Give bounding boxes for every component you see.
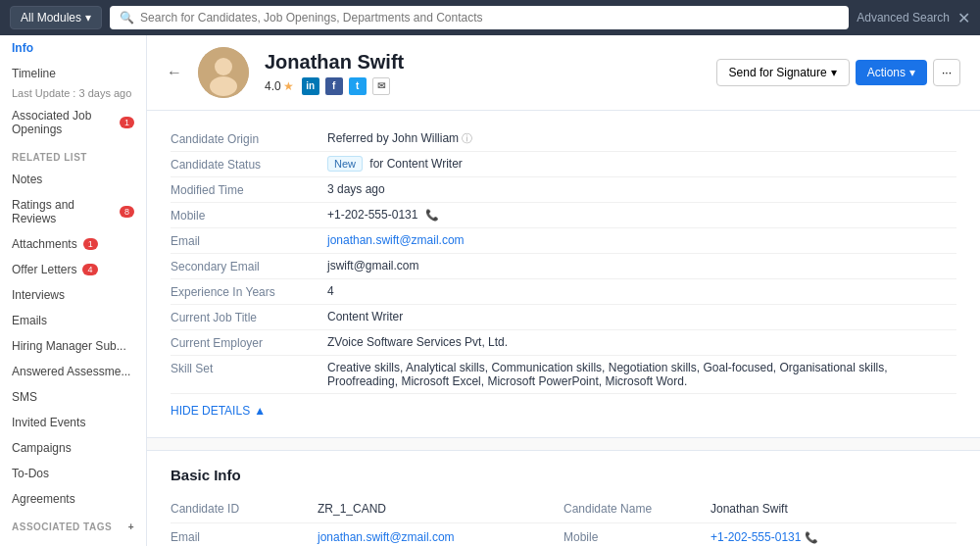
candidate-status-row: Candidate Status New for Content Writer (171, 152, 956, 177)
more-button[interactable]: ··· (933, 59, 960, 86)
experience-row: Experience In Years 4 (171, 279, 956, 305)
close-nav-button[interactable]: ✕ (957, 9, 970, 27)
sidebar-timeline-sub: Last Update : 3 days ago (0, 86, 146, 103)
sidebar-item-interviews-label: Interviews (12, 288, 65, 302)
status-badge: New (327, 156, 363, 172)
twitter-icon[interactable]: t (349, 77, 367, 95)
current-job-title-label: Current Job Title (171, 310, 327, 324)
email-social-icon[interactable]: ✉ (372, 77, 390, 95)
linkedin-icon[interactable]: in (302, 77, 319, 95)
related-list-title: RELATED LIST (0, 142, 146, 167)
candidate-name-cell-value: Jonathan Swift (710, 502, 956, 516)
skill-set-value: Creative skills, Analytical skills, Comm… (327, 361, 956, 388)
search-input[interactable] (140, 11, 839, 25)
hide-details-button[interactable]: HIDE DETAILS ▲ (171, 394, 956, 422)
sidebar-item-ratings-label: Ratings and Reviews (12, 198, 114, 225)
actions-dropdown-icon: ▾ (909, 66, 915, 79)
modified-time-row: Modified Time 3 days ago (171, 177, 956, 203)
secondary-email-label: Secondary Email (171, 259, 327, 273)
basic-info-section: Basic Info Candidate ID ZR_1_CAND Candid… (147, 450, 980, 546)
candidate-status-label: Candidate Status (171, 157, 327, 172)
candidate-origin-label: Candidate Origin (171, 131, 327, 146)
email-link[interactable]: jonathan.swift@zmail.com (327, 233, 465, 247)
email-cell-value: jonathan.swift@zmail.com (318, 530, 564, 544)
search-bar-container: 🔍 (110, 6, 849, 29)
mobile-label: Mobile (171, 208, 327, 223)
candidate-id-cell: Candidate ID ZR_1_CAND (171, 495, 564, 523)
sidebar-item-campaigns-label: Campaigns (12, 441, 72, 455)
svg-point-1 (215, 58, 232, 75)
sidebar-item-hiring-manager[interactable]: Hiring Manager Sub... (0, 333, 146, 359)
sidebar-item-emails[interactable]: Emails (0, 308, 146, 333)
sidebar-item-attachments[interactable]: Attachments 1 (0, 231, 146, 257)
candidate-id-value: ZR_1_CAND (318, 502, 564, 516)
candidate-name-cell: Candidate Name Jonathan Swift (564, 495, 956, 523)
sidebar-item-offer-letters[interactable]: Offer Letters 4 (0, 257, 146, 282)
mobile-cell-link[interactable]: +1-202-555-0131 (710, 530, 801, 544)
sidebar-item-sms[interactable]: SMS (0, 384, 146, 410)
mobile-cell-value: +1-202-555-0131 📞 (710, 530, 956, 544)
sidebar-item-notes[interactable]: Notes (0, 167, 146, 192)
status-for: for Content Writer (369, 157, 462, 171)
sidebar-item-offer-letters-label: Offer Letters (12, 263, 76, 276)
candidate-name-cell-label: Candidate Name (564, 502, 710, 516)
star-icon: ★ (283, 79, 294, 93)
advanced-search-link[interactable]: Advanced Search (857, 11, 950, 25)
sidebar-item-emails-label: Emails (12, 314, 47, 327)
candidate-status-value: New for Content Writer (327, 157, 956, 171)
social-icons: in f t ✉ (302, 77, 390, 95)
hide-details-label: HIDE DETAILS (171, 404, 250, 418)
associated-tags-title: ASSOCIATED TAGS + (0, 512, 146, 536)
header-actions: Send for Signature ▾ Actions ▾ ··· (716, 59, 960, 86)
sidebar-item-job-openings[interactable]: Associated Job Openings 1 (0, 103, 146, 142)
current-job-title-row: Current Job Title Content Writer (171, 305, 956, 330)
modified-time-label: Modified Time (171, 182, 327, 197)
experience-value: 4 (327, 284, 956, 298)
add-tag-icon[interactable]: + (128, 521, 134, 532)
sidebar-item-info[interactable]: Info (0, 35, 146, 61)
facebook-icon[interactable]: f (325, 77, 343, 95)
job-openings-badge: 1 (120, 117, 134, 128)
mobile-cell-label: Mobile (564, 530, 710, 544)
secondary-email-value: jswift@gmail.com (327, 259, 956, 273)
current-employer-label: Current Employer (171, 335, 327, 350)
candidate-origin-row: Candidate Origin Referred by John Willia… (171, 126, 956, 152)
email-cell: Email jonathan.swift@zmail.com (171, 523, 564, 546)
send-signature-dropdown-icon[interactable]: ▾ (831, 66, 837, 79)
module-select[interactable]: All Modules ▾ (10, 6, 102, 29)
chevron-down-icon: ▾ (85, 11, 91, 25)
sidebar-item-timeline-label: Timeline (12, 67, 56, 80)
sidebar-item-campaigns[interactable]: Campaigns (0, 435, 146, 461)
mobile-row: Mobile +1-202-555-0131 📞 (171, 203, 956, 228)
email-cell-link[interactable]: jonathan.swift@zmail.com (318, 530, 455, 544)
rating-value: 4.0 (265, 79, 281, 93)
app-layout: Info Timeline Last Update : 3 days ago A… (0, 35, 980, 546)
avatar (198, 47, 249, 98)
sidebar-item-todos[interactable]: To-Dos (0, 461, 146, 486)
sidebar-item-interviews[interactable]: Interviews (0, 282, 146, 308)
sidebar-item-hiring-manager-label: Hiring Manager Sub... (12, 339, 126, 353)
send-signature-button[interactable]: Send for Signature ▾ (716, 59, 850, 86)
sidebar-item-attachments-label: Attachments (12, 237, 77, 251)
sidebar-item-answered[interactable]: Answered Assessme... (0, 359, 146, 384)
actions-button[interactable]: Actions ▾ (856, 60, 927, 85)
top-nav: All Modules ▾ 🔍 Advanced Search ✕ (0, 0, 980, 35)
current-employer-value: ZVoice Software Services Pvt, Ltd. (327, 335, 956, 349)
sidebar-item-info-label: Info (12, 41, 33, 55)
sidebar-item-sms-label: SMS (12, 390, 37, 404)
candidate-id-label: Candidate ID (171, 502, 318, 516)
svg-point-2 (210, 76, 237, 96)
search-icon[interactable]: 🔍 (120, 11, 134, 25)
attachments-badge: 1 (83, 238, 98, 250)
sidebar-item-agreements-label: Agreements (12, 492, 75, 506)
sidebar-item-timeline[interactable]: Timeline (0, 61, 146, 86)
email-row: Email jonathan.swift@zmail.com (171, 228, 956, 254)
back-button[interactable]: ← (167, 64, 182, 81)
sidebar-item-agreements[interactable]: Agreements (0, 486, 146, 512)
sidebar-item-ratings[interactable]: Ratings and Reviews 8 (0, 192, 146, 231)
mobile-cell: Mobile +1-202-555-0131 📞 (564, 523, 956, 546)
module-select-label: All Modules (21, 11, 81, 25)
sidebar-item-invited-events[interactable]: Invited Events (0, 410, 146, 435)
mobile-phone-icon: 📞 (805, 531, 818, 544)
links-title: LINKS + (0, 536, 146, 546)
